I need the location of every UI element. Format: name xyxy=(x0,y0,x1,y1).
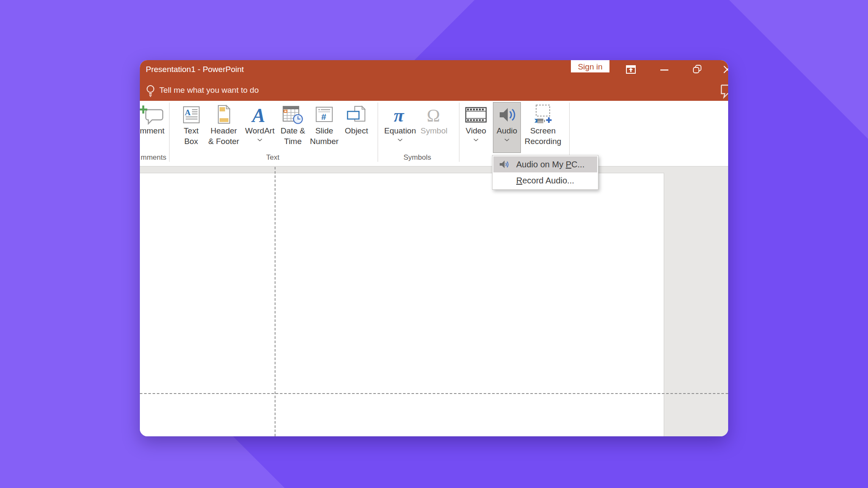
svg-text:A: A xyxy=(185,108,191,117)
slide-canvas-area[interactable] xyxy=(140,166,728,436)
ribbon-insert-section: mment A Text Box xyxy=(140,101,728,166)
date-time-label-1: Date & xyxy=(281,125,305,136)
ribbon-display-options-icon[interactable] xyxy=(626,64,637,75)
window-title: Presentation1 - PowerPoint xyxy=(146,60,244,80)
chevron-down-icon xyxy=(398,139,403,141)
lightbulb-icon xyxy=(145,84,156,98)
object-label: Object xyxy=(345,125,368,136)
screen-recording-label-1: Screen xyxy=(530,125,556,136)
speaker-icon xyxy=(498,159,509,170)
title-bar: Presentation1 - PowerPoint Sign in xyxy=(140,60,728,80)
minimize-icon[interactable] xyxy=(660,66,669,73)
symbol-label: Symbol xyxy=(420,125,447,136)
comment-button[interactable]: mment xyxy=(140,103,170,152)
wordart-label: WordArt xyxy=(245,125,274,136)
text-box-icon: A xyxy=(181,105,201,125)
close-icon[interactable] xyxy=(723,65,728,75)
header-footer-button[interactable]: Header & Footer xyxy=(203,103,244,152)
equation-button[interactable]: π Equation xyxy=(381,103,419,152)
menu-item-label: Record Audio... xyxy=(516,176,574,186)
restore-window-icon[interactable] xyxy=(693,64,703,75)
audio-button[interactable]: Audio xyxy=(493,102,521,153)
ribbon-group-divider xyxy=(169,103,170,162)
slide[interactable] xyxy=(140,173,664,436)
equation-label: Equation xyxy=(384,125,416,136)
menu-item-audio-on-my-pc[interactable]: Audio on My PC... xyxy=(493,156,597,172)
svg-text:A: A xyxy=(251,105,265,125)
svg-text:π: π xyxy=(394,105,404,125)
svg-text:Ω: Ω xyxy=(427,106,440,125)
chevron-down-icon xyxy=(473,139,479,141)
horizontal-guide[interactable] xyxy=(140,393,728,394)
date-time-button[interactable]: Date & Time xyxy=(278,103,308,152)
symbol-icon: Ω xyxy=(424,105,444,125)
screen-recording-icon xyxy=(532,104,554,125)
group-label-text: Text xyxy=(266,153,279,162)
video-label: Video xyxy=(466,125,486,136)
sign-in-button[interactable]: Sign in xyxy=(571,60,609,72)
video-button[interactable]: Video xyxy=(463,103,489,152)
comment-bubble-partial-icon xyxy=(719,83,728,99)
header-footer-label-1: Header xyxy=(211,125,237,136)
group-label-comments: mments xyxy=(141,153,166,162)
screen-recording-button[interactable]: Screen Recording xyxy=(521,103,565,152)
slide-number-button[interactable]: # Slide Number xyxy=(307,103,341,152)
group-label-symbols: Symbols xyxy=(403,153,431,162)
slide-number-icon: # xyxy=(314,105,334,125)
wordart-button[interactable]: A WordArt xyxy=(241,103,278,152)
equation-icon: π xyxy=(390,105,410,125)
symbol-button: Ω Symbol xyxy=(420,103,448,152)
powerpoint-window: Presentation1 - PowerPoint Sign in Tell … xyxy=(140,60,728,436)
menu-item-record-audio[interactable]: Record Audio... xyxy=(493,172,597,189)
date-time-label-2: Time xyxy=(284,136,302,147)
new-comment-icon xyxy=(140,104,167,126)
chevron-down-icon xyxy=(257,139,262,141)
date-time-icon xyxy=(282,105,303,125)
ribbon-group-divider xyxy=(569,103,570,162)
chevron-down-icon xyxy=(504,139,509,141)
audio-icon xyxy=(497,105,517,125)
svg-text:#: # xyxy=(321,112,326,122)
object-button[interactable]: Object xyxy=(342,103,371,152)
text-box-label-1: Text xyxy=(184,125,199,136)
menu-item-label: Audio on My PC... xyxy=(516,160,584,169)
audio-label: Audio xyxy=(497,125,517,136)
comment-label: mment xyxy=(140,125,164,136)
audio-dropdown-menu: Audio on My PC... Record Audio... xyxy=(492,155,598,190)
slide-number-label-1: Slide xyxy=(315,125,333,136)
vertical-guide[interactable] xyxy=(275,167,275,436)
tell-me-text: Tell me what you want to do xyxy=(159,80,259,101)
header-footer-label-2: & Footer xyxy=(209,136,239,147)
slide-number-label-2: Number xyxy=(310,136,339,147)
header-footer-icon xyxy=(214,105,234,125)
text-box-label-2: Box xyxy=(184,136,198,147)
text-box-button[interactable]: A Text Box xyxy=(178,103,205,152)
screen-recording-label-2: Recording xyxy=(525,136,562,147)
tell-me-bar[interactable]: Tell me what you want to do xyxy=(140,80,728,101)
object-icon xyxy=(346,105,367,124)
ribbon-group-divider xyxy=(459,103,459,162)
video-icon xyxy=(465,105,487,124)
wordart-icon: A xyxy=(250,105,270,125)
ribbon-group-divider xyxy=(378,103,378,162)
